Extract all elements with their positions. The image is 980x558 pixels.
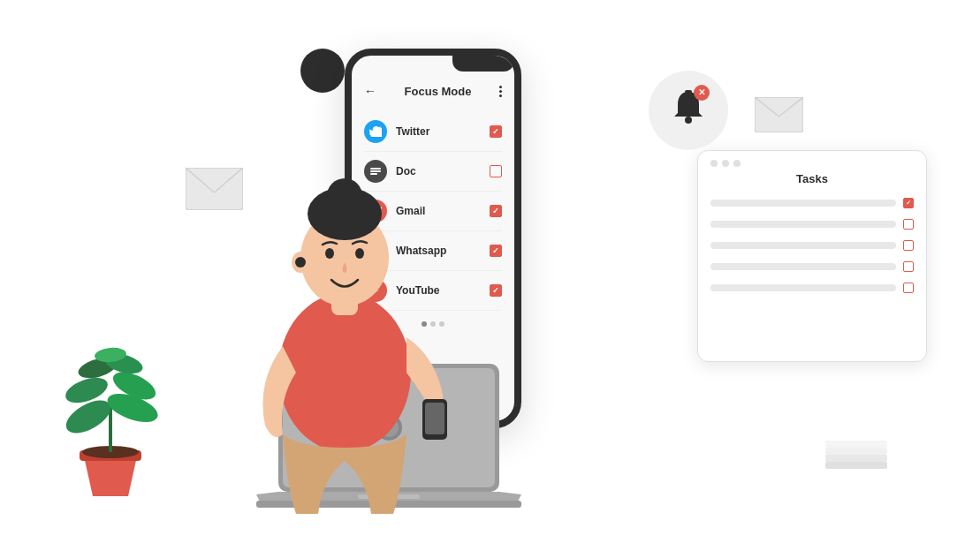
svg-rect-7 (685, 90, 692, 94)
svg-rect-32 (425, 403, 444, 434)
svg-rect-18 (825, 441, 887, 448)
svg-rect-15 (825, 462, 887, 469)
person-illustration (194, 108, 495, 523)
phone-notch (452, 56, 514, 72)
task-bar-5 (710, 284, 896, 291)
window-dot-1 (710, 160, 718, 167)
task-checkbox-1 (903, 198, 914, 208)
svg-point-40 (295, 257, 306, 268)
task-bar-4 (710, 263, 896, 270)
task-row-3 (698, 235, 926, 256)
task-row-2 (698, 214, 926, 235)
bell-icon: ✕ (671, 88, 706, 133)
bg-circle-decoration (300, 49, 345, 93)
menu-dots-icon (499, 86, 502, 97)
svg-point-6 (685, 117, 692, 124)
paper-stack (821, 418, 892, 492)
window-dot-2 (722, 160, 729, 167)
tasks-title: Tasks (698, 172, 926, 192)
phone-focus-mode-title: Focus Mode (405, 85, 472, 98)
svg-rect-17 (825, 448, 887, 455)
plant-decoration (53, 328, 168, 505)
svg-point-38 (355, 248, 364, 259)
task-checkbox-5 (903, 283, 914, 293)
svg-point-36 (327, 178, 362, 214)
task-checkbox-3 (903, 240, 914, 251)
task-row-1 (698, 192, 926, 214)
task-bar-1 (710, 200, 896, 207)
notification-badge: ✕ (694, 85, 710, 101)
notification-bell: ✕ (649, 71, 728, 150)
task-row-5 (698, 277, 926, 298)
task-checkbox-4 (903, 261, 914, 272)
svg-rect-16 (825, 455, 887, 462)
task-bar-3 (710, 242, 896, 249)
window-header (698, 151, 926, 172)
task-checkbox-2 (903, 219, 914, 230)
svg-point-29 (278, 293, 411, 452)
phone-header: ← Focus Mode (364, 84, 502, 98)
tasks-window: Tasks (697, 150, 927, 362)
task-row-4 (698, 256, 926, 277)
window-dot-3 (733, 160, 741, 167)
task-bar-2 (710, 221, 896, 228)
envelope-right (755, 97, 803, 136)
main-scene: ✕ ← Focus Mode Twitter (0, 0, 980, 558)
back-arrow-icon: ← (364, 84, 376, 98)
svg-point-37 (325, 248, 334, 259)
